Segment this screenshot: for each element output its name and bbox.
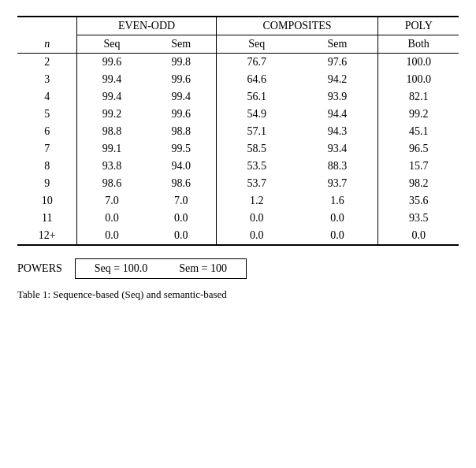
table-row-6-col-0: 8 — [17, 158, 77, 175]
table-row-5-col-5: 96.5 — [378, 140, 459, 158]
caption: Table 1: Sequence-based (Seq) and semant… — [17, 288, 459, 301]
table-row-2-col-5: 82.1 — [378, 88, 459, 106]
table-row-5-col-4: 93.4 — [297, 140, 378, 158]
table-row-1-col-0: 3 — [17, 71, 77, 88]
table-row-10-col-4: 0.0 — [297, 227, 378, 245]
table-row-9-col-2: 0.0 — [147, 210, 217, 227]
table-row-9-col-4: 0.0 — [297, 210, 378, 227]
table-row-7-col-4: 93.7 — [297, 175, 378, 192]
c-seq-subheader: Seq — [216, 35, 296, 54]
table-row-1-col-3: 64.6 — [216, 71, 296, 88]
table-row-9-col-3: 0.0 — [216, 210, 296, 227]
table-row-10-col-0: 12+ — [17, 227, 77, 245]
table-row-0-col-0: 2 — [17, 54, 77, 72]
table-row-4-col-1: 98.8 — [77, 123, 147, 140]
table-row-7-col-3: 53.7 — [216, 175, 296, 192]
powers-section: POWERS Seq = 100.0 Sem = 100 — [17, 258, 459, 279]
eo-sem-subheader: Sem — [147, 35, 217, 54]
table-row-1-col-5: 100.0 — [378, 71, 459, 88]
caption-text: Table 1: Sequence-based (Seq) and semant… — [17, 288, 227, 300]
table-row-8-col-0: 10 — [17, 192, 77, 210]
table-row-10-col-5: 0.0 — [378, 227, 459, 245]
table-row-7-col-1: 98.6 — [77, 175, 147, 192]
eo-seq-subheader: Seq — [77, 35, 147, 54]
table-row-4-col-2: 98.8 — [147, 123, 217, 140]
poly-header: POLY — [378, 17, 459, 35]
table-row-1-col-4: 94.2 — [297, 71, 378, 88]
table-row-6-col-3: 53.5 — [216, 158, 296, 175]
table-row-1-col-1: 99.4 — [77, 71, 147, 88]
table-row-3-col-2: 99.6 — [147, 106, 217, 123]
n-header-empty — [17, 17, 77, 35]
c-sem-subheader: Sem — [297, 35, 378, 54]
powers-label: POWERS — [17, 262, 62, 275]
table-row-2-col-0: 4 — [17, 88, 77, 106]
table-row-2-col-1: 99.4 — [77, 88, 147, 106]
table-row-5-col-2: 99.5 — [147, 140, 217, 158]
table-row-8-col-3: 1.2 — [216, 192, 296, 210]
table-row-7-col-2: 98.6 — [147, 175, 217, 192]
table-row-9-col-1: 0.0 — [77, 210, 147, 227]
table-row-5-col-1: 99.1 — [77, 140, 147, 158]
table-row-5-col-0: 7 — [17, 140, 77, 158]
even-odd-header: EVEN-ODD — [77, 17, 216, 35]
table-row-9-col-0: 11 — [17, 210, 77, 227]
table-row-0-col-2: 99.8 — [147, 54, 217, 72]
table-row-10-col-3: 0.0 — [216, 227, 296, 245]
table-row-6-col-5: 15.7 — [378, 158, 459, 175]
powers-sem: Sem = 100 — [179, 262, 227, 275]
table-row-0-col-4: 97.6 — [297, 54, 378, 72]
table-row-10-col-1: 0.0 — [77, 227, 147, 245]
table-row-7-col-5: 98.2 — [378, 175, 459, 192]
n-subheader: n — [17, 35, 77, 54]
poly-both-subheader: Both — [378, 35, 459, 54]
table-row-5-col-3: 58.5 — [216, 140, 296, 158]
table-container: EVEN-ODD COMPOSITES POLY n Seq Sem Seq S… — [17, 16, 459, 301]
table-row-3-col-4: 94.4 — [297, 106, 378, 123]
table-row-3-col-1: 99.2 — [77, 106, 147, 123]
table-row-3-col-0: 5 — [17, 106, 77, 123]
table-row-9-col-5: 93.5 — [378, 210, 459, 227]
table-row-2-col-4: 93.9 — [297, 88, 378, 106]
table-row-4-col-3: 57.1 — [216, 123, 296, 140]
table-row-0-col-5: 100.0 — [378, 54, 459, 72]
table-row-3-col-3: 54.9 — [216, 106, 296, 123]
table-row-6-col-4: 88.3 — [297, 158, 378, 175]
main-table: EVEN-ODD COMPOSITES POLY n Seq Sem Seq S… — [17, 16, 459, 246]
table-row-3-col-5: 99.2 — [378, 106, 459, 123]
table-row-2-col-2: 99.4 — [147, 88, 217, 106]
table-row-6-col-1: 93.8 — [77, 158, 147, 175]
table-row-10-col-2: 0.0 — [147, 227, 217, 245]
table-row-4-col-5: 45.1 — [378, 123, 459, 140]
table-row-8-col-4: 1.6 — [297, 192, 378, 210]
composites-header: COMPOSITES — [216, 17, 378, 35]
table-row-8-col-1: 7.0 — [77, 192, 147, 210]
table-row-1-col-2: 99.6 — [147, 71, 217, 88]
table-row-4-col-4: 94.3 — [297, 123, 378, 140]
powers-seq: Seq = 100.0 — [95, 262, 147, 275]
table-row-2-col-3: 56.1 — [216, 88, 296, 106]
table-row-0-col-1: 99.6 — [77, 54, 147, 72]
table-row-6-col-2: 94.0 — [147, 158, 217, 175]
table-row-0-col-3: 76.7 — [216, 54, 296, 72]
table-row-4-col-0: 6 — [17, 123, 77, 140]
table-row-7-col-0: 9 — [17, 175, 77, 192]
table-row-8-col-5: 35.6 — [378, 192, 459, 210]
powers-box: Seq = 100.0 Sem = 100 — [75, 258, 247, 279]
table-row-8-col-2: 7.0 — [147, 192, 217, 210]
